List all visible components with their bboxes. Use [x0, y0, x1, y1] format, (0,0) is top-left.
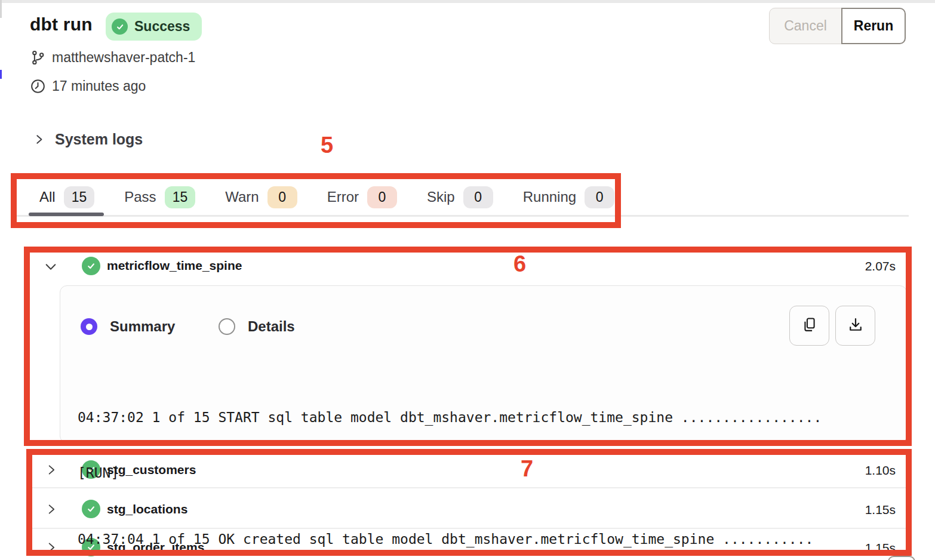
chevron-right-icon: [33, 134, 45, 145]
tab-count-badge: 15: [64, 186, 95, 208]
model-success-icon: [82, 257, 100, 275]
model-name[interactable]: metricflow_time_spine: [107, 259, 242, 273]
annotation-number-7: 7: [521, 456, 533, 482]
git-branch-icon: [30, 50, 46, 66]
tab-label: All: [39, 189, 56, 205]
status-badge: Success: [106, 13, 202, 41]
details-radio[interactable]: [219, 318, 235, 335]
model-duration: 2.07s: [865, 259, 896, 273]
tab-label: Pass: [124, 189, 156, 205]
annotation-number-5: 5: [321, 133, 333, 158]
clock-icon: [30, 78, 46, 94]
tab-label: Running: [523, 189, 576, 205]
tabs-baseline: [17, 215, 909, 217]
download-icon: [847, 316, 864, 336]
window-top-edge: [0, 0, 935, 3]
log-line: 04:37:02 1 of 15 START sql table model d…: [78, 408, 881, 427]
summary-radio[interactable]: [81, 318, 97, 335]
tab-warn[interactable]: Warn 0: [225, 186, 297, 208]
tab-all[interactable]: All 15: [39, 186, 94, 208]
branch-row: matthewshaver-patch-1: [30, 50, 195, 66]
rerun-button[interactable]: Rerun: [841, 8, 906, 44]
window-left-edge: [0, 0, 2, 18]
system-logs-label: System logs: [55, 131, 143, 148]
summary-radio-label[interactable]: Summary: [110, 318, 175, 335]
tab-label: Skip: [427, 189, 455, 205]
status-filter-tabs: All 15 Pass 15 Warn 0 Error 0 Skip 0 Run…: [39, 183, 614, 211]
branch-name: matthewshaver-patch-1: [52, 50, 195, 66]
tab-error[interactable]: Error 0: [327, 186, 397, 208]
left-edge-marker: [0, 70, 2, 79]
tab-count-badge: 0: [267, 186, 297, 208]
time-row: 17 minutes ago: [30, 78, 146, 94]
collapse-chevron-down-icon[interactable]: [44, 260, 57, 273]
download-logs-button[interactable]: [835, 306, 875, 346]
cancel-button[interactable]: Cancel: [769, 8, 842, 44]
partial-button[interactable]: [888, 556, 915, 560]
check-circle-icon: [112, 19, 128, 35]
tab-label: Warn: [225, 189, 259, 205]
tab-count-badge: 0: [367, 186, 397, 208]
tab-pass[interactable]: Pass 15: [124, 186, 195, 208]
system-logs-toggle[interactable]: System logs: [33, 131, 143, 148]
page-title: dbt run: [30, 14, 93, 35]
tab-count-badge: 0: [463, 186, 493, 208]
run-time-ago: 17 minutes ago: [52, 78, 146, 94]
expand-chevron-right-icon[interactable]: [45, 503, 57, 515]
active-tab-underline: [29, 213, 104, 216]
annotation-number-6: 6: [513, 251, 526, 277]
run-actions: Cancel Rerun: [769, 8, 906, 44]
tab-skip[interactable]: Skip 0: [427, 186, 493, 208]
log-output: 04:37:02 1 of 15 START sql table model d…: [78, 371, 881, 560]
log-line: [RUN]: [78, 464, 881, 482]
expand-chevron-right-icon[interactable]: [45, 464, 57, 476]
details-radio-label[interactable]: Details: [248, 318, 295, 335]
tab-running[interactable]: Running 0: [523, 186, 614, 208]
tab-label: Error: [327, 189, 359, 205]
log-line: 04:37:04 1 of 15 OK created sql table mo…: [78, 530, 881, 549]
status-label: Success: [134, 19, 190, 35]
expand-chevron-right-icon[interactable]: [45, 541, 57, 553]
copy-logs-button[interactable]: [789, 306, 829, 346]
tab-count-badge: 0: [585, 186, 614, 208]
tab-count-badge: 15: [165, 186, 196, 208]
copy-icon: [801, 316, 818, 336]
